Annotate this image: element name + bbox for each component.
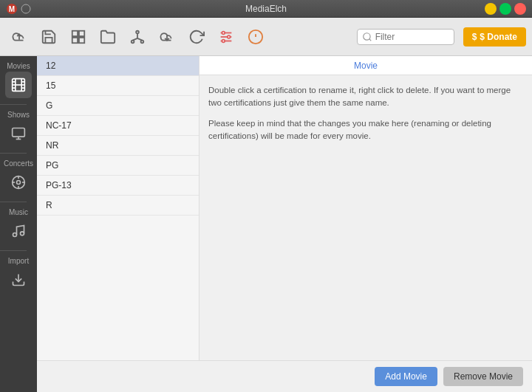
titlebar-left: M [6, 3, 31, 15]
folder-button[interactable] [95, 24, 121, 50]
refresh-icon [188, 29, 205, 45]
add-movie-button[interactable]: Add Movie [375, 367, 437, 386]
filter-input[interactable] [375, 32, 449, 42]
sidebar-item-music[interactable] [5, 218, 32, 244]
cert-item[interactable]: 12 [37, 56, 199, 76]
app-icon: M [6, 3, 18, 15]
svg-rect-5 [79, 30, 84, 35]
donate-button[interactable]: $ $ Donate [463, 27, 526, 47]
folder-icon [100, 29, 116, 45]
sidebar-section-import: Import [0, 254, 37, 293]
svg-rect-6 [72, 37, 78, 42]
svg-point-38 [17, 181, 21, 185]
cert-item[interactable]: PG-13 [37, 176, 199, 196]
titlebar-title: MediaElch [245, 4, 287, 14]
cert-item[interactable]: NR [37, 136, 199, 156]
titlebar-controls: − □ × [485, 3, 526, 15]
svg-line-25 [369, 38, 371, 41]
tools-icon [218, 29, 234, 45]
cert-item[interactable]: G [37, 96, 199, 116]
sidebar-label-import: Import [8, 257, 29, 265]
info-text-1: Double click a certification to rename i… [208, 84, 523, 110]
sidebar-section-movies: Movies [0, 59, 37, 98]
bottom-bar: Add Movie Remove Movie [37, 360, 532, 392]
search-icon [362, 32, 372, 42]
shows-icon [11, 126, 26, 141]
svg-rect-4 [72, 30, 78, 35]
sidebar: Movies Shows [0, 56, 37, 392]
cert-item[interactable]: R [37, 196, 199, 216]
refresh-button[interactable] [183, 24, 210, 50]
alert-icon [248, 29, 264, 45]
sidebar-label-movies: Movies [7, 62, 30, 70]
cloud-upload-icon [11, 29, 27, 45]
info-panel: Double click a certification to rename i… [200, 75, 532, 360]
svg-point-2 [21, 4, 30, 13]
svg-point-9 [132, 40, 134, 43]
movie-column-header: Movie [200, 56, 532, 75]
cloud-download-button[interactable] [154, 24, 180, 50]
svg-rect-34 [13, 128, 25, 137]
svg-point-20 [222, 39, 225, 42]
sidebar-section-music: Music [0, 205, 37, 244]
content-inner: 1215GNC-17NRPGPG-13R Movie Double click … [37, 56, 532, 360]
layout-icon [70, 29, 86, 45]
cloud-upload-button[interactable] [6, 24, 33, 50]
settings-button[interactable] [213, 24, 239, 50]
layout-button[interactable] [65, 24, 92, 50]
sidebar-divider-1 [0, 104, 27, 105]
titlebar: M MediaElch − □ × [0, 0, 532, 18]
main-layout: Movies Shows [0, 56, 532, 392]
network-button[interactable] [124, 24, 151, 50]
svg-line-13 [137, 38, 142, 40]
svg-point-44 [21, 232, 24, 235]
minimize-button[interactable]: − [485, 3, 497, 15]
music-icon [11, 224, 26, 238]
svg-point-24 [363, 32, 369, 39]
sidebar-item-movies[interactable] [5, 72, 32, 98]
svg-line-12 [133, 38, 137, 40]
svg-point-10 [141, 40, 144, 43]
svg-point-8 [136, 30, 139, 33]
columns-header: Movie [200, 56, 532, 75]
svg-point-43 [13, 233, 17, 237]
svg-point-18 [222, 31, 225, 34]
movies-icon [11, 78, 26, 92]
right-panel: Movie Double click a certification to re… [200, 56, 532, 360]
save-button[interactable] [35, 24, 62, 50]
save-icon [41, 29, 57, 45]
cert-item[interactable]: NC-17 [37, 116, 199, 136]
sidebar-item-shows[interactable] [5, 120, 32, 147]
maximize-button[interactable]: □ [499, 3, 511, 15]
donate-symbol: $ [472, 32, 477, 42]
pin-icon [21, 4, 31, 14]
toolbar: $ $ Donate [0, 18, 532, 56]
donate-label: $ Donate [480, 32, 517, 42]
cloud-download-icon [159, 29, 175, 45]
sidebar-label-music: Music [9, 208, 28, 216]
cert-item[interactable]: 15 [37, 76, 199, 96]
network-icon [129, 29, 146, 45]
alert-button[interactable] [242, 24, 269, 50]
cert-item[interactable]: PG [37, 156, 199, 176]
certification-list: 1215GNC-17NRPGPG-13R [37, 56, 200, 360]
info-text-2: Please keep in mind that the changes you… [208, 117, 523, 143]
remove-movie-button[interactable]: Remove Movie [443, 367, 523, 386]
sidebar-label-concerts: Concerts [4, 159, 33, 168]
filter-box [357, 29, 454, 45]
sidebar-section-shows: Shows [0, 108, 37, 147]
svg-point-19 [228, 35, 231, 38]
sidebar-label-shows: Shows [7, 111, 30, 119]
close-button[interactable]: × [514, 3, 526, 15]
svg-text:M: M [9, 5, 15, 13]
sidebar-divider-4 [0, 250, 27, 251]
import-icon [11, 272, 26, 287]
concerts-icon [11, 175, 26, 190]
sidebar-item-import[interactable] [5, 267, 32, 293]
sidebar-divider-2 [0, 153, 27, 154]
sidebar-divider-3 [0, 202, 27, 202]
sidebar-section-concerts: Concerts [0, 157, 37, 196]
svg-rect-7 [79, 37, 84, 42]
content-area: 1215GNC-17NRPGPG-13R Movie Double click … [37, 56, 532, 392]
sidebar-item-concerts[interactable] [5, 169, 32, 196]
